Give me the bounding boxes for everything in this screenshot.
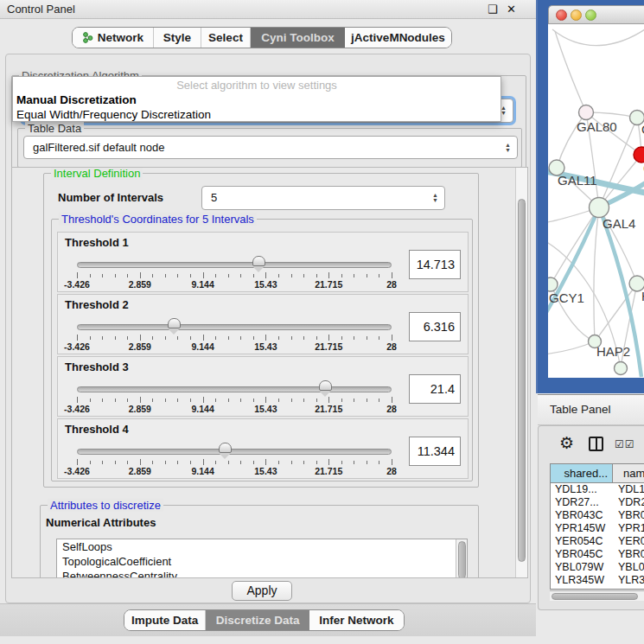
top-tab-bar: NetworkStyleSelectCyni ToolboxjActiveMNo…: [72, 27, 452, 48]
cell-name: YBL0: [613, 561, 644, 574]
table-row[interactable]: YDL19...YDL1: [551, 483, 644, 496]
column-header-shared[interactable]: shared...: [551, 464, 613, 482]
table-panel-body: ⚙ ☑☑ shared... name YDL19...YDL1YDR27...…: [538, 425, 644, 610]
tab-discretize-data[interactable]: Discretize Data: [206, 610, 309, 630]
threshold-box: Threshold 1-3.4262.8599.14415.4321.71528…: [57, 232, 469, 292]
column-header-name[interactable]: name: [613, 464, 644, 482]
threshold-value-field[interactable]: 21.4: [409, 374, 461, 404]
horizontal-scrollbar[interactable]: [550, 590, 644, 601]
panel-title: Control Panel: [7, 3, 75, 16]
cell-name: YIL0: [613, 587, 644, 590]
table-header-row: shared... name: [551, 464, 644, 483]
threshold-value-field[interactable]: 6.316: [409, 312, 461, 341]
tab-label: Impute Data: [131, 614, 198, 627]
tab-cyni-toolbox[interactable]: Cyni Toolbox: [251, 28, 345, 48]
cell-shared-name: YPR145W: [551, 522, 613, 535]
table-row[interactable]: YPR145WYPR1: [551, 522, 644, 535]
slider-thumb[interactable]: [219, 443, 232, 453]
table-data-group: Table Data galFiltered.sif default node …: [17, 128, 522, 168]
slider-ticks: [77, 459, 392, 466]
cell-name: YLR3: [613, 574, 644, 587]
threshold-box: Threshold 3-3.4262.8599.14415.4321.71528…: [57, 356, 469, 417]
numerical-attributes-label: Numerical Attributes: [46, 516, 156, 529]
slider-thumb[interactable]: [319, 380, 332, 391]
table-row[interactable]: YER054CYER0: [551, 535, 644, 548]
network-window-titlebar: [548, 5, 644, 24]
node-gal80: [579, 105, 594, 120]
apply-button[interactable]: Apply: [232, 581, 292, 601]
attributes-list-scrollbar[interactable]: [456, 539, 467, 578]
bottom-tab-bar: Impute DataDiscretize DataInfer Network: [124, 609, 405, 631]
close-traffic-light-icon[interactable]: [556, 10, 567, 21]
slider-thumb[interactable]: [252, 256, 265, 266]
table-data-combobox[interactable]: galFiltered.sif default node ▲▼: [23, 136, 518, 159]
zoom-traffic-light-icon[interactable]: [585, 10, 596, 21]
cell-name: YBR0: [613, 509, 644, 522]
attributes-list[interactable]: SelfLoopsTopologicalCoefficientBetweenne…: [56, 539, 468, 578]
minimize-traffic-light-icon[interactable]: [571, 10, 582, 21]
threshold-box: Threshold 4-3.4262.8599.14415.4321.71528…: [57, 418, 469, 479]
tab-label: Cyni Toolbox: [261, 31, 335, 44]
node-label-gal11: GAL11: [558, 173, 597, 188]
network-canvas[interactable]: GAL80 G C GAL11 GAL4 GCY1 H HAP2: [548, 24, 644, 378]
slider-track[interactable]: [77, 449, 392, 455]
slider-thumb[interactable]: [168, 318, 181, 328]
tab-select[interactable]: Select: [201, 28, 251, 48]
num-intervals-label: Number of Intervals: [58, 191, 163, 204]
slider-track[interactable]: [77, 386, 392, 392]
threshold-box: Threshold 2-3.4262.8599.14415.4321.71528…: [57, 294, 469, 354]
attribute-list-item[interactable]: TopologicalCoefficient: [57, 554, 467, 569]
tab-network[interactable]: Network: [73, 28, 154, 48]
cell-shared-name: YDL19...: [551, 483, 613, 496]
cell-shared-name: YBR045C: [551, 548, 613, 561]
dropdown-option-manual[interactable]: Manual Discretization: [16, 92, 497, 107]
network-view-window: GAL80 G C GAL11 GAL4 GCY1 H HAP2: [536, 0, 644, 393]
float-window-icon[interactable]: ❑: [488, 3, 498, 16]
slider-track[interactable]: [77, 262, 392, 268]
combo-arrows-icon: ▲▼: [432, 187, 438, 209]
tab-jactivemnodules[interactable]: jActiveMNodules: [345, 28, 451, 48]
group-title: Attributes to discretize: [48, 499, 163, 512]
attributes-group: Attributes to discretize Numerical Attri…: [40, 505, 479, 578]
node-label-gcy1: GCY1: [549, 290, 584, 305]
threshold-label: Threshold 1: [65, 236, 129, 249]
tab-infer-network[interactable]: Infer Network: [309, 610, 404, 630]
num-intervals-combobox[interactable]: 5 ▲▼: [201, 186, 445, 210]
node-table[interactable]: shared... name YDL19...YDL1YDR27...YDR2Y…: [550, 463, 644, 590]
table-row[interactable]: YIL052CYIL0: [551, 587, 644, 590]
threshold-value-field[interactable]: 11.344: [409, 437, 461, 466]
table-row[interactable]: YDR27...YDR2: [551, 496, 644, 509]
cell-shared-name: YER054C: [551, 535, 613, 548]
table-row[interactable]: YBR043CYBR0: [551, 509, 644, 522]
gear-icon[interactable]: ⚙: [559, 433, 574, 453]
threshold-value-field[interactable]: 14.713: [409, 250, 461, 279]
table-row[interactable]: YLR345WYLR3: [551, 574, 644, 587]
cell-shared-name: YLR345W: [551, 574, 613, 587]
cell-shared-name: YDR27...: [551, 496, 613, 509]
cell-name: YDR2: [613, 496, 644, 509]
tab-impute-data[interactable]: Impute Data: [124, 610, 206, 630]
slider-scale-labels: -3.4262.8599.14415.4321.71528: [77, 279, 392, 290]
columns-icon[interactable]: [589, 437, 603, 451]
cell-name: YDL1: [613, 483, 644, 496]
dropdown-hint: Select algorithm to view settings: [16, 78, 497, 92]
attribute-list-item[interactable]: SelfLoops: [57, 539, 467, 554]
table-row[interactable]: YBL079WYBL0: [551, 561, 644, 574]
tab-label: Discretize Data: [216, 614, 300, 627]
tab-label: jActiveMNodules: [351, 31, 445, 44]
table-row[interactable]: YBR045CYBR0: [551, 548, 644, 561]
slider-track[interactable]: [77, 324, 392, 330]
node-gal4: [590, 198, 609, 218]
node-gcy1: [548, 277, 558, 291]
tab-label: Infer Network: [319, 614, 393, 627]
attribute-list-item[interactable]: BetweennessCentrality: [57, 569, 467, 578]
interval-definition-group: Interval Definition Number of Intervals …: [43, 173, 479, 488]
algorithm-dropdown-popup: Select algorithm to view settings Manual…: [12, 76, 501, 122]
dropdown-option-equal-width[interactable]: Equal Width/Frequency Discretization: [16, 107, 497, 122]
tab-style[interactable]: Style: [154, 28, 201, 48]
node-bottom: [615, 362, 628, 375]
num-intervals-value: 5: [211, 191, 217, 204]
close-icon[interactable]: ✕: [507, 3, 516, 16]
checkbox-icons[interactable]: ☑☑: [615, 438, 635, 450]
settings-scrollbar[interactable]: [515, 168, 527, 577]
